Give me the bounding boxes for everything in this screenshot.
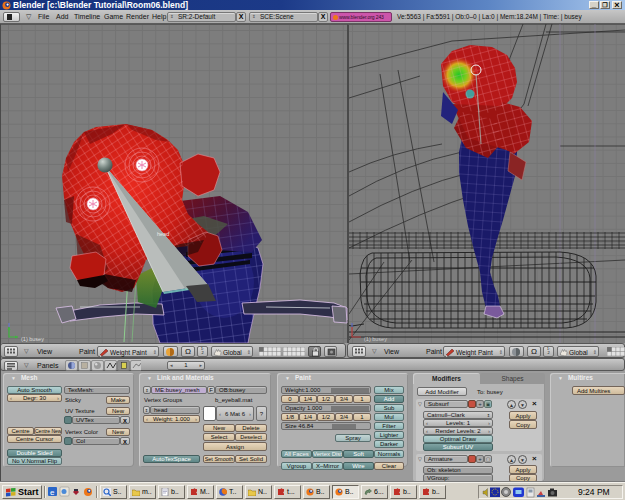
svg-text:(1) busey: (1) busey (21, 336, 44, 342)
svg-text:e: e (50, 488, 55, 497)
svg-text:head: head (157, 231, 169, 237)
svg-text:(1) busey: (1) busey (364, 336, 387, 342)
